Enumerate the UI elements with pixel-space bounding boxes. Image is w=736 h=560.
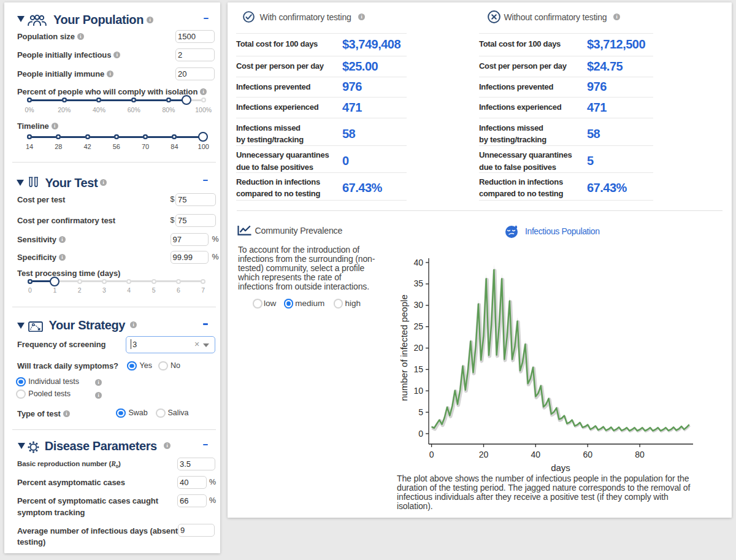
svg-text:number of infected people: number of infected people — [399, 294, 409, 401]
svg-text:25: 25 — [413, 321, 423, 331]
svg-text:20: 20 — [479, 450, 489, 459]
svg-text:40: 40 — [413, 258, 423, 267]
svg-text:30: 30 — [413, 300, 423, 310]
svg-text:10: 10 — [413, 386, 423, 396]
svg-text:15: 15 — [413, 364, 423, 374]
svg-text:60: 60 — [583, 450, 592, 459]
svg-text:5: 5 — [418, 407, 423, 417]
svg-text:40: 40 — [531, 450, 541, 459]
svg-text:0: 0 — [429, 450, 434, 459]
svg-text:days: days — [551, 462, 570, 473]
svg-text:35: 35 — [413, 278, 423, 288]
svg-text:80: 80 — [635, 450, 645, 459]
svg-text:0: 0 — [418, 429, 423, 439]
svg-text:20: 20 — [413, 343, 423, 353]
